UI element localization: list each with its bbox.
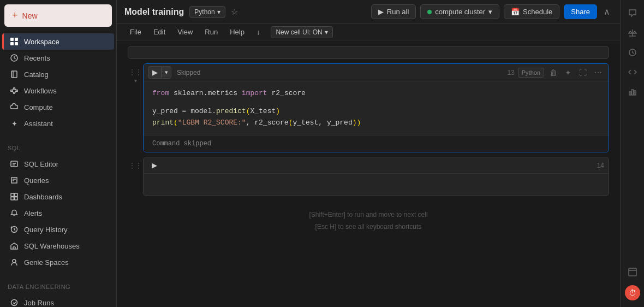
data-eng-label: Data Engineering bbox=[0, 279, 116, 292]
sidebar-item-queries[interactable]: Queries bbox=[2, 172, 114, 188]
sparkle-icon: ✦ bbox=[10, 119, 19, 128]
cell-code-13[interactable]: from sklearn.metrics import r2_score y_p… bbox=[144, 81, 609, 135]
sidebar-item-job-runs[interactable]: Job Runs bbox=[2, 294, 114, 307]
sql-icon bbox=[10, 160, 19, 168]
sidebar-item-compute[interactable]: Compute bbox=[2, 99, 114, 115]
cell-language-badge[interactable]: Python bbox=[518, 68, 544, 78]
chart-icon-button[interactable] bbox=[624, 83, 641, 101]
run-dropdown-button[interactable]: ▾ bbox=[162, 67, 171, 78]
ai-assist-button[interactable]: ✦ bbox=[563, 67, 574, 78]
notebook[interactable]: ⋮⋮ ▾ ▶ ▾ Skipped 13 Python 🗑 ✦ ⛶ ⋯ bbox=[117, 40, 620, 307]
right-sidebar: ⏱ bbox=[620, 0, 644, 307]
topbar-actions: ▶ Run all compute cluster ▾ 📅 Schedule S… bbox=[371, 4, 612, 19]
svg-point-29 bbox=[13, 259, 16, 263]
run-all-button[interactable]: ▶ Run all bbox=[371, 4, 416, 19]
code-line-4: print("LGBM R2_SCORE:", r2_score(y_test,… bbox=[152, 117, 600, 129]
chevron-down-icon: ▾ bbox=[488, 8, 492, 16]
collapse-button[interactable]: ∧ bbox=[601, 4, 612, 19]
dashboard-icon bbox=[10, 192, 19, 201]
cell-toolbar-13: ▶ ▾ Skipped 13 Python 🗑 ✦ ⛶ ⋯ bbox=[144, 64, 609, 81]
sql-section-label: SQL bbox=[0, 140, 116, 154]
svg-rect-0 bbox=[10, 38, 14, 41]
more-options-button[interactable]: ⋯ bbox=[592, 67, 604, 78]
schedule-button[interactable]: 📅 Schedule bbox=[504, 4, 559, 19]
cell-drag-handle[interactable]: ⋮⋮ bbox=[129, 69, 142, 75]
partial-cell-top bbox=[128, 46, 609, 59]
star-button[interactable]: ☆ bbox=[231, 7, 238, 17]
sidebar-item-assistant[interactable]: ✦ Assistant bbox=[2, 115, 114, 132]
history-icon-button[interactable] bbox=[624, 44, 641, 61]
calendar-icon: 📅 bbox=[511, 8, 520, 16]
new-cell-ui-toggle[interactable]: New cell UI: ON ▾ bbox=[271, 26, 332, 38]
svg-rect-23 bbox=[15, 197, 18, 200]
sidebar-item-dashboards[interactable]: Dashboards bbox=[2, 188, 114, 205]
topbar: Model training Python ▾ ☆ ▶ Run all comp… bbox=[117, 0, 620, 24]
layout-icon-button[interactable] bbox=[624, 263, 641, 281]
query-icon bbox=[10, 176, 19, 185]
chat-icon-button[interactable] bbox=[624, 4, 641, 22]
svg-line-13 bbox=[15, 89, 16, 91]
code-line-1: from sklearn.metrics import r2_score bbox=[152, 88, 600, 99]
share-button[interactable]: Share bbox=[564, 4, 597, 19]
clock-badge-icon[interactable]: ⏱ bbox=[625, 285, 640, 300]
sidebar-item-workspace[interactable]: Workspace bbox=[2, 33, 114, 50]
hint-line-2: [Esc H] to see all keyboard shortcuts bbox=[136, 221, 600, 233]
clock-badge: ⏱ bbox=[625, 285, 640, 300]
main-nav: Workspace Recents Catalog Workflows Comp… bbox=[0, 31, 116, 134]
clock-icon bbox=[10, 54, 19, 62]
chevron-down-icon: ▾ bbox=[217, 8, 220, 16]
code-token: import bbox=[242, 89, 267, 97]
sidebar-item-sql-warehouses[interactable]: SQL Warehouses bbox=[2, 238, 114, 254]
genie-icon bbox=[10, 258, 19, 267]
menu-more[interactable]: ↓ bbox=[251, 26, 266, 38]
svg-rect-22 bbox=[11, 197, 14, 200]
cell-number-14: 14 bbox=[597, 162, 604, 169]
sidebar-item-alerts[interactable]: Alerts bbox=[2, 205, 114, 221]
menu-view[interactable]: View bbox=[172, 26, 198, 38]
svg-rect-36 bbox=[634, 91, 636, 95]
svg-rect-15 bbox=[11, 161, 17, 167]
new-button[interactable]: + New bbox=[4, 4, 112, 27]
delete-cell-button[interactable]: 🗑 bbox=[547, 67, 559, 78]
menu-run[interactable]: Run bbox=[199, 26, 223, 38]
svg-line-11 bbox=[13, 89, 14, 91]
chevron-down-icon: ▾ bbox=[325, 28, 328, 36]
cell-empty-14[interactable] bbox=[144, 174, 609, 196]
history-icon bbox=[10, 225, 19, 234]
cell-drag-handle[interactable]: ⋮⋮ bbox=[129, 162, 142, 169]
main-panel: Model training Python ▾ ☆ ▶ Run all comp… bbox=[117, 0, 620, 307]
sidebar-item-query-history[interactable]: Query History bbox=[2, 221, 114, 238]
sidebar-item-catalog[interactable]: Catalog bbox=[2, 66, 114, 82]
sidebar-item-recents[interactable]: Recents bbox=[2, 50, 114, 66]
data-eng-nav: Job Runs bbox=[0, 292, 116, 307]
language-selector[interactable]: Python ▾ bbox=[189, 6, 225, 18]
menu-file[interactable]: File bbox=[124, 26, 147, 38]
compute-cluster-button[interactable]: compute cluster ▾ bbox=[420, 4, 499, 19]
warehouse-icon bbox=[10, 241, 19, 250]
sidebar-item-sql-editor[interactable]: SQL Editor bbox=[2, 156, 114, 172]
code-icon-button[interactable] bbox=[624, 63, 641, 81]
sql-nav: SQL Editor Queries Dashboards Alerts Que… bbox=[0, 154, 116, 273]
svg-rect-2 bbox=[10, 42, 14, 45]
svg-rect-3 bbox=[15, 42, 18, 45]
cell-collapse-arrow[interactable]: ▾ bbox=[134, 78, 137, 84]
cell-wrapper-14: ⋮⋮ ▶ 14 bbox=[128, 157, 609, 196]
scale-icon-button[interactable] bbox=[624, 24, 641, 42]
svg-rect-35 bbox=[631, 90, 633, 95]
menu-help[interactable]: Help bbox=[224, 26, 250, 38]
expand-cell-button[interactable]: ⛶ bbox=[577, 67, 589, 78]
cell-13: ▶ ▾ Skipped 13 Python 🗑 ✦ ⛶ ⋯ from sklea… bbox=[143, 63, 609, 152]
code-blank-line bbox=[152, 99, 600, 106]
sidebar-item-workflows[interactable]: Workflows bbox=[2, 82, 114, 99]
code-line-3: y_pred = model.predict(X_test) bbox=[152, 106, 600, 117]
run-cell-button[interactable]: ▶ bbox=[148, 67, 162, 78]
run-cell-button-14[interactable]: ▶ bbox=[148, 160, 161, 171]
sidebar: + New Workspace Recents Catalog Workfl bbox=[0, 0, 117, 307]
menu-edit[interactable]: Edit bbox=[148, 26, 171, 38]
svg-rect-37 bbox=[629, 268, 636, 276]
cell-gutter-13: ⋮⋮ ▾ bbox=[128, 63, 143, 84]
bell-icon bbox=[10, 209, 19, 217]
sidebar-item-genie-spaces[interactable]: Genie Spaces bbox=[2, 254, 114, 270]
compute-status-dot bbox=[427, 10, 432, 14]
grid-icon bbox=[10, 37, 19, 46]
